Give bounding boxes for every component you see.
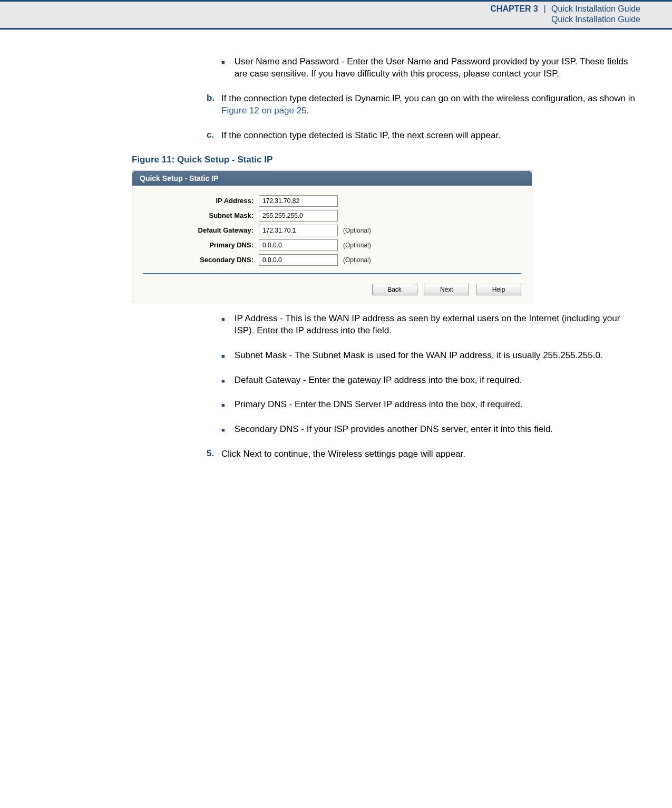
step-number-5: 5. [207,448,221,460]
subnet-mask-label: Subnet Mask: [143,211,259,219]
figure-12-link[interactable]: Figure 12 on page 25 [221,105,307,116]
secondary-dns-input[interactable] [259,254,338,266]
back-button[interactable]: Back [372,284,417,295]
header-title-2: Quick Installation Guide [5,15,640,24]
bullet-text: User Name and Password - Enter the User … [235,56,640,80]
square-bullet-icon: ■ [221,402,225,411]
row-primary-dns: Primary DNS: (Optional) [143,239,521,251]
secondary-dns-label: Secondary DNS: [143,256,259,264]
square-bullet-icon: ■ [221,353,225,362]
bullet-username-password: ■ User Name and Password - Enter the Use… [221,56,640,80]
subnet-mask-input[interactable] [259,210,338,222]
row-secondary-dns: Secondary DNS: (Optional) [143,254,521,266]
square-bullet-icon: ■ [221,378,225,387]
next-button[interactable]: Next [424,284,469,295]
figure-11: Quick Setup - Static IP IP Address: Subn… [132,170,532,303]
ip-address-label: IP Address: [143,197,259,205]
bullet-text: IP Address - This is the WAN IP address … [235,313,640,337]
square-bullet-icon: ■ [221,59,225,80]
bullet-text: Primary DNS - Enter the DNS Server IP ad… [235,399,640,411]
bullet-primary-dns: ■ Primary DNS - Enter the DNS Server IP … [221,399,640,411]
figure-body: IP Address: Subnet Mask: Default Gateway… [132,186,532,282]
figure-caption: Figure 11: Quick Setup - Static IP [132,155,640,165]
primary-dns-input[interactable] [259,239,338,251]
figure-titlebar: Quick Setup - Static IP [132,171,532,186]
square-bullet-icon: ■ [221,316,225,337]
main-content: ■ User Name and Password - Enter the Use… [0,30,672,460]
item-b-text: If the connection type detected is Dynam… [221,93,640,117]
bullet-text: Default Gateway - Enter the gateway IP a… [235,374,640,387]
sdns-optional: (Optional) [343,256,371,264]
step-5-text: Click Next to continue, the Wireless set… [221,448,640,460]
bullet-subnet-mask: ■ Subnet Mask - The Subnet Mask is used … [221,350,640,362]
letter-b: b. [207,93,221,117]
default-gateway-input[interactable] [259,225,338,236]
figure-divider [143,273,521,274]
default-gateway-label: Default Gateway: [143,226,259,234]
page-header: CHAPTER 3 | Quick Installation Guide Qui… [0,0,672,30]
header-separator: | [543,4,546,13]
item-b: b. If the connection type detected is Dy… [174,93,640,117]
square-bullet-icon: ■ [221,427,225,436]
bullet-default-gateway: ■ Default Gateway - Enter the gateway IP… [221,374,640,387]
pdns-optional: (Optional) [343,242,371,249]
row-subnet-mask: Subnet Mask: [143,210,521,222]
letter-c: c. [207,130,221,142]
item-b-post: . [307,105,309,116]
bullet-ip-address: ■ IP Address - This is the WAN IP addres… [221,313,640,337]
bullet-text: Secondary DNS - If your ISP provides ano… [235,424,640,436]
bullet-secondary-dns: ■ Secondary DNS - If your ISP provides a… [221,424,640,436]
chapter-label: CHAPTER 3 [490,4,538,13]
header-line-1: CHAPTER 3 | Quick Installation Guide [5,4,640,14]
item-c-text: If the connection type detected is Stati… [221,130,640,142]
gateway-optional: (Optional) [343,227,371,234]
help-button[interactable]: Help [476,284,521,295]
step-5: 5. Click Next to continue, the Wireless … [158,448,640,460]
header-title-1: Quick Installation Guide [551,4,640,13]
row-default-gateway: Default Gateway: (Optional) [143,225,521,236]
item-b-pre: If the connection type detected is Dynam… [221,93,635,103]
item-c: c. If the connection type detected is St… [174,130,640,142]
primary-dns-label: Primary DNS: [143,241,259,249]
row-ip-address: IP Address: [143,195,521,207]
ip-address-input[interactable] [259,195,338,207]
figure-button-row: Back Next Help [132,282,532,303]
bullet-text: Subnet Mask - The Subnet Mask is used fo… [235,350,640,362]
